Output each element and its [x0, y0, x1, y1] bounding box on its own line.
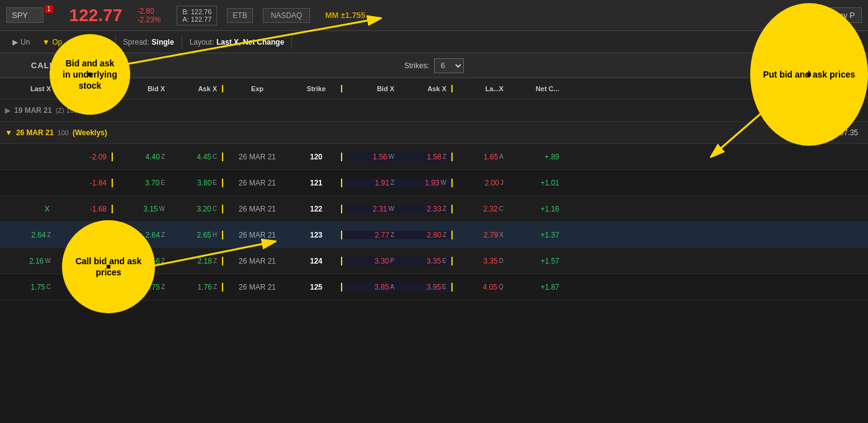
strike-cell: 124 — [291, 257, 341, 265]
call-askx-cell[interactable]: 2.18 Z — [167, 257, 223, 265]
annotation-put-bidask: Put bid and ask prices — [750, 3, 868, 146]
exp-cell: 26 MAR 21 — [223, 283, 291, 292]
second-bar: ▶ Un ▼ Op Filter: Off Spread: Single Lay… — [0, 31, 868, 53]
ask-line: A: 122.77 — [182, 16, 211, 23]
put-askx-cell[interactable]: 1.58 Z — [397, 153, 453, 161]
put-askx-cell[interactable]: 3.95 E — [397, 283, 453, 292]
layout-value: Last X, Net Change — [216, 38, 284, 47]
ticker-area: SPY 1 — [6, 7, 53, 23]
inactive-group-label: 19 MAR 21 — [14, 106, 52, 115]
chevron-down-icon: ▼ — [42, 38, 50, 47]
call-bidx-cell[interactable]: 4.40 Z — [112, 153, 167, 161]
bid-line: B: 122.76 — [182, 8, 211, 16]
call-lastx-cell — [0, 153, 56, 161]
price-change-pct: -2.23% — [137, 16, 161, 24]
put-netc-cell: +.89 — [508, 153, 564, 161]
put-netc-cell: +1.16 — [508, 205, 564, 213]
put-lastx-cell: 2.32 C — [453, 205, 508, 213]
strike-cell: 125 — [291, 283, 341, 292]
call-lastx-cell — [0, 179, 56, 187]
exp-cell: 26 MAR 21 — [223, 179, 291, 187]
call-netc-cell: -2.09 — [56, 153, 112, 161]
layout-label: Layout: — [190, 38, 214, 47]
put-bidx-cell[interactable]: 1.56 W — [341, 153, 397, 161]
strikes-control[interactable]: Strikes: 6 8 10 — [404, 58, 464, 73]
strike-cell: 120 — [291, 153, 341, 161]
ticker-value: SPY — [12, 11, 28, 20]
put-netc-cell: +1.01 — [508, 179, 564, 187]
call-askx-cell[interactable]: 3.80 E — [167, 179, 223, 187]
current-price: 122.77 — [69, 6, 123, 25]
ticker-input[interactable]: SPY — [6, 7, 43, 23]
header-exp: Exp — [223, 85, 291, 92]
strikes-label: Strikes: — [404, 61, 429, 70]
call-lastx-cell: X — [0, 205, 56, 213]
put-lastx-cell: 2.79 X — [453, 231, 508, 239]
mm-badge: MM ±1.755 — [320, 11, 370, 20]
price-change-area: -2.80 -2.23% — [137, 7, 161, 24]
table-row[interactable]: X -1.68 3.15 W 3.20 C 26 MAR 21 122 2.31… — [0, 196, 868, 222]
etb-badge: ETB — [227, 8, 252, 23]
exp-cell: 26 MAR 21 — [223, 231, 291, 239]
put-lastx-cell: 2.00 J — [453, 179, 508, 187]
table-row[interactable]: -2.09 4.40 Z 4.45 C 26 MAR 21 120 1.56 W… — [0, 144, 868, 170]
exp-cell: 26 MAR 21 — [223, 257, 291, 265]
put-bidx-cell[interactable]: 2.77 Z — [341, 231, 397, 239]
strikes-select[interactable]: 6 8 10 — [434, 58, 464, 73]
put-askx-cell[interactable]: 3.35 E — [397, 257, 453, 265]
put-askx-cell[interactable]: 2.33 Z — [397, 205, 453, 213]
strike-cell: 122 — [291, 205, 341, 213]
chevron-right-icon: ▶ — [5, 106, 11, 115]
header-put-netc: Net C... — [508, 85, 564, 92]
top-bar: SPY 1 122.77 -2.80 -2.23% B: 122.76 A: 1… — [0, 0, 868, 31]
bid-ask-display: B: 122.76 A: 122.77 — [177, 6, 217, 25]
call-bidx-cell[interactable]: 3.70 E — [112, 179, 167, 187]
spread-control[interactable]: Spread: Single — [116, 35, 182, 49]
header-put-bidx: Bid X — [341, 85, 397, 92]
put-bidx-cell[interactable]: 2.31 W — [341, 205, 397, 213]
call-askx-cell[interactable]: 2.65 H — [167, 231, 223, 239]
nav-underlying[interactable]: ▶ Un — [6, 33, 36, 51]
strike-cell: 123 — [291, 231, 341, 239]
call-bidx-cell[interactable]: 3.15 W — [112, 205, 167, 213]
header-strike: Strike — [291, 85, 341, 92]
expiry-group-inactive[interactable]: ▶ 19 MAR 21 (Z) 100 41.02 — [0, 99, 868, 122]
call-askx-cell[interactable]: 3.20 C — [167, 205, 223, 213]
put-lastx-cell: 4.05 Q — [453, 283, 508, 292]
put-netc-cell: +1.57 — [508, 257, 564, 265]
put-bidx-cell[interactable]: 1.91 Z — [341, 179, 397, 187]
put-netc-cell: +1.87 — [508, 283, 564, 292]
column-headers: Last X Net C... Bid X Ask X Exp Strike B… — [0, 78, 868, 99]
put-bidx-cell[interactable]: 3.30 P — [341, 257, 397, 265]
chevron-down-icon: ▼ — [5, 128, 12, 137]
spread-value: Single — [152, 38, 174, 47]
expiry-group-active[interactable]: ▼ 26 MAR 21 100 (Weeklys) 37.35 — [0, 122, 868, 144]
call-askx-cell[interactable]: 1.76 Z — [167, 283, 223, 292]
call-lastx-cell: 2.16W — [0, 257, 56, 265]
active-group-info: 100 — [58, 129, 69, 136]
put-askx-cell[interactable]: 1.93 W — [397, 179, 453, 187]
exp-cell: 26 MAR 21 — [223, 205, 291, 213]
header-put-askx: Ask X — [397, 85, 453, 92]
call-lastx-cell: 1.75C — [0, 283, 56, 292]
price-change-value: -2.80 — [137, 7, 161, 16]
header-call-lastx: Last X — [0, 85, 56, 92]
call-netc-cell: -1.68 — [56, 205, 112, 213]
call-netc-cell: -1.84 — [56, 179, 112, 187]
put-bidx-cell[interactable]: 3.85 A — [341, 283, 397, 292]
exchange-badge: NASDAQ — [263, 8, 311, 23]
put-netc-cell: +1.37 — [508, 231, 564, 239]
active-group-label: 26 MAR 21 — [16, 128, 54, 137]
call-askx-cell[interactable]: 4.45 C — [167, 153, 223, 161]
header-put-lastx: La...X — [453, 85, 508, 92]
strike-cell: 121 — [291, 179, 341, 187]
layout-control[interactable]: Layout: Last X, Net Change — [182, 35, 293, 49]
header-call-askx: Ask X — [167, 85, 223, 92]
put-lastx-cell: 3.35 D — [453, 257, 508, 265]
nav-underlying-label: Un — [20, 38, 30, 47]
chevron-right-icon: ▶ — [12, 38, 18, 47]
annotation-underlying-bidask: Bid and ask in underlying stock — [50, 34, 130, 115]
put-lastx-cell: 1.65 A — [453, 153, 508, 161]
table-row[interactable]: -1.84 3.70 E 3.80 E 26 MAR 21 121 1.91 Z… — [0, 170, 868, 196]
put-askx-cell[interactable]: 2.80 Z — [397, 231, 453, 239]
